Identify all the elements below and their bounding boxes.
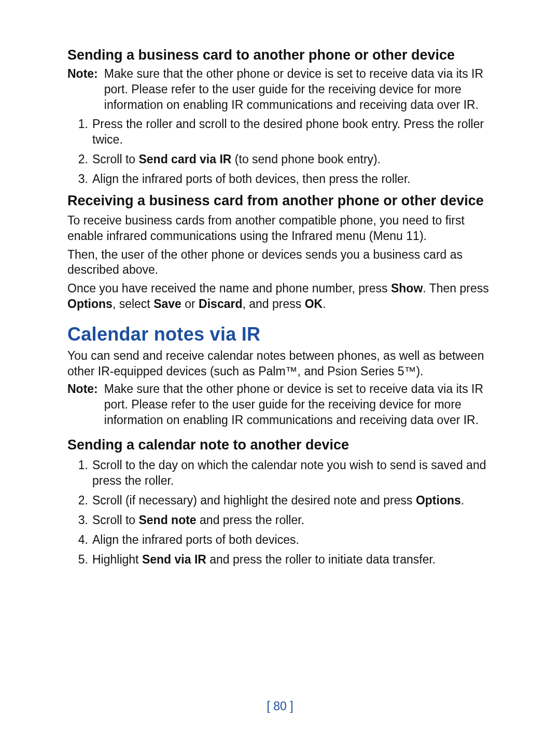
list-number: 4.	[73, 532, 88, 548]
note-block-1: Note: Make sure that the other phone or …	[67, 66, 503, 113]
note-block-2: Note: Make sure that the other phone or …	[67, 382, 503, 428]
note-label: Note:	[67, 66, 98, 113]
steps-sending-business-card: 1. Press the roller and scroll to the de…	[67, 117, 503, 187]
note-label: Note:	[67, 382, 98, 428]
list-text: Scroll to Send note and press the roller…	[92, 513, 304, 527]
list-number: 1.	[73, 458, 88, 473]
list-item: 2. Scroll to Send card via IR (to send p…	[67, 152, 503, 167]
page-number: [ 80 ]	[0, 699, 560, 713]
list-item: 3. Align the infrared ports of both devi…	[67, 172, 503, 187]
list-text: Scroll to Send card via IR (to send phon…	[92, 152, 381, 166]
paragraph: To receive business cards from another c…	[67, 213, 503, 244]
list-item: 1. Scroll to the day on which the calend…	[67, 458, 503, 489]
heading-calendar-notes-via-ir: Calendar notes via IR	[67, 323, 503, 345]
list-item: 1. Press the roller and scroll to the de…	[67, 117, 503, 148]
document-page: Sending a business card to another phone…	[0, 0, 560, 732]
heading-sending-business-card: Sending a business card to another phone…	[67, 47, 503, 64]
list-text: Align the infrared ports of both devices…	[92, 172, 411, 186]
list-text: Align the infrared ports of both devices…	[92, 533, 299, 546]
list-number: 3.	[73, 513, 88, 528]
paragraph: You can send and receive calendar notes …	[67, 348, 503, 379]
note-body: Make sure that the other phone or device…	[104, 382, 503, 428]
list-number: 1.	[73, 117, 88, 132]
list-text: Scroll (if necessary) and highlight the …	[92, 494, 464, 507]
note-body: Make sure that the other phone or device…	[104, 66, 503, 113]
paragraph: Then, the user of the other phone or dev…	[67, 247, 503, 278]
paragraph: Once you have received the name and phon…	[67, 281, 503, 312]
heading-sending-calendar-note: Sending a calendar note to another devic…	[67, 437, 503, 454]
list-number: 2.	[73, 152, 88, 167]
list-number: 2.	[73, 493, 88, 509]
list-number: 5.	[73, 552, 88, 568]
list-item: 4. Align the infrared ports of both devi…	[67, 532, 503, 548]
heading-receiving-business-card: Receiving a business card from another p…	[67, 192, 503, 210]
list-item: 3. Scroll to Send note and press the rol…	[67, 513, 503, 528]
list-item: 5. Highlight Send via IR and press the r…	[67, 552, 503, 568]
list-text: Highlight Send via IR and press the roll…	[92, 553, 436, 566]
list-item: 2. Scroll (if necessary) and highlight t…	[67, 493, 503, 509]
list-text: Press the roller and scroll to the desir…	[92, 117, 484, 146]
list-text: Scroll to the day on which the calendar …	[92, 458, 486, 487]
steps-sending-calendar-note: 1. Scroll to the day on which the calend…	[67, 458, 503, 567]
list-number: 3.	[73, 172, 88, 187]
